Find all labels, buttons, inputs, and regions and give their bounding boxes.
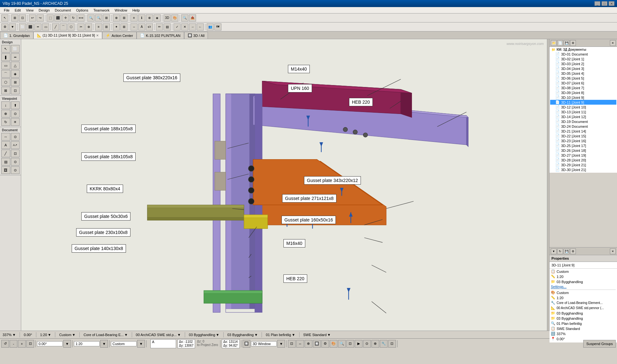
arrow-right-btn[interactable]: → (189, 23, 196, 30)
trim-btn[interactable]: ✂ (77, 23, 85, 30)
select-tool[interactable]: ↖ (1, 45, 10, 53)
group-btn[interactable]: ⊞ (121, 23, 128, 30)
column-tool[interactable]: ❚ (1, 53, 10, 61)
custom-dropdown-btn[interactable]: ▼ (137, 340, 145, 348)
props-expand-btn[interactable]: ▼ (551, 248, 557, 254)
tab-grundplan[interactable]: 📄 1. Grundplan (0, 32, 33, 39)
tree-item-3d07[interactable]: 📄 3D-07 [Joint 6] (550, 81, 616, 85)
3d-btn[interactable]: 3D (164, 14, 171, 22)
layer-btn[interactable]: ≡ (130, 14, 138, 22)
intersect-btn[interactable]: ⊕ (85, 23, 92, 30)
status-standard[interactable]: 00 ArchiCAD SWE std.p... ▼ (135, 332, 182, 338)
menu-window[interactable]: Window (112, 8, 130, 13)
3d-window-icon[interactable]: 🔲 (243, 340, 250, 348)
minimize-button[interactable]: _ (595, 1, 600, 6)
text-tool[interactable]: A (1, 141, 10, 149)
fit-btn[interactable]: ⊞ (103, 14, 110, 22)
status-swe[interactable]: SWE Standard ▼ (302, 332, 332, 338)
text-btn[interactable]: A (138, 23, 145, 30)
zoom-in-bottom-btn[interactable]: + (18, 340, 26, 348)
bottom-tool-12[interactable]: 🔧 (380, 340, 388, 348)
element-info-btn[interactable]: ℹ (138, 14, 145, 22)
cursor-tool[interactable]: ↖ (1, 14, 8, 22)
fill-doc-tool[interactable]: ▤ (1, 158, 10, 166)
tab-action-center[interactable]: ⚡ Action Center (102, 32, 137, 39)
slab-tool[interactable]: ▭ (1, 62, 10, 69)
status-layer2[interactable]: 03 Bygghandling ▼ (226, 332, 259, 338)
status-core[interactable]: Core of Load-Bearing E... ▼ (82, 332, 129, 338)
tree-item-3d13[interactable]: 📄 3D-13 [Joint 11] (550, 109, 616, 114)
navigator-btn[interactable]: 🗺 (214, 23, 221, 30)
zoom-fit-bottom-btn[interactable]: ⊡ (26, 340, 34, 348)
publish-btn[interactable]: 📤 (189, 14, 196, 22)
beam-btn[interactable]: ━ (34, 23, 41, 30)
label-doc-tool[interactable]: A↗ (11, 141, 20, 149)
solid-ops-btn[interactable]: ⊗ (146, 14, 153, 22)
zoom-in-btn[interactable]: 🔍 (87, 14, 94, 22)
close-button[interactable]: ✕ (609, 1, 614, 6)
tree-close-btn[interactable]: ✕ (610, 40, 616, 46)
bottom-tool-2[interactable]: ↔ (296, 340, 304, 348)
align-btn[interactable]: ≡ (95, 23, 102, 30)
zoom-dropdown-icon[interactable]: ▼ (12, 333, 16, 337)
tree-doc-btn[interactable]: 📄 (557, 40, 563, 46)
distribute-btn[interactable]: ⊞ (103, 23, 110, 30)
bottom-tool-11[interactable]: ⊕ (371, 340, 379, 348)
redo-btn[interactable]: ↪ (37, 14, 44, 22)
pen-weight-btn[interactable]: ✏ (156, 23, 163, 30)
tree-folder-btn[interactable]: 📁 (551, 40, 557, 46)
tree-item-3d01[interactable]: 📄 3D-01 Document (550, 52, 616, 56)
zoom-tool[interactable]: ⊕ (1, 110, 10, 117)
snap-btn[interactable]: ⊕ (113, 14, 120, 22)
tab-joint9-close[interactable]: ✕ (96, 34, 99, 37)
find-btn[interactable]: 🔍 (181, 14, 188, 22)
orbit-tool[interactable]: ↕ (1, 101, 10, 109)
bottom-tool-13[interactable]: ⊡ (388, 340, 396, 348)
arc-btn[interactable]: ⌒ (60, 23, 67, 30)
tree-settings-btn[interactable]: ⚙ (570, 40, 576, 46)
morph-tool[interactable]: ◈ (11, 70, 20, 78)
radial-dim-tool[interactable]: ⊙ (11, 133, 20, 141)
stretch-btn[interactable]: ⬛ (54, 14, 61, 22)
curtain-tool[interactable]: ⊠ (1, 87, 10, 94)
tree-item-3d21[interactable]: 📄 3D-21 [Joint 14] (550, 129, 616, 134)
railing-tool[interactable]: ⊞ (11, 78, 20, 86)
tree-item-3d29[interactable]: 📄 3D-29 [Joint 21] (550, 162, 616, 167)
morph-btn[interactable]: ◈ (154, 14, 161, 22)
tree-item-3d22[interactable]: 📄 3D-22 [Joint 15] (550, 134, 616, 138)
dim-btn[interactable]: ↔ (130, 23, 138, 30)
bottom-tool-3[interactable]: ⊕ (305, 340, 312, 348)
bottom-tool-9[interactable]: ▶ (355, 340, 362, 348)
mirror-btn[interactable]: ⟺ (77, 14, 85, 22)
split-handle[interactable] (547, 39, 550, 331)
bottom-tool-8[interactable]: ⊡ (346, 340, 354, 348)
tree-item-3d25[interactable]: 📄 3D-25 [Joint 17] (550, 143, 616, 148)
explode-btn[interactable]: ✦ (113, 23, 120, 30)
rotate-btn[interactable]: ↻ (70, 14, 77, 22)
props-settings-btn[interactable]: ⚙ (570, 248, 576, 254)
3d-window-dropdown[interactable]: ▼ (277, 340, 285, 348)
status-custom[interactable]: Custom ▼ (58, 332, 77, 338)
door-tool[interactable]: ⊡ (11, 87, 20, 94)
dim-tool[interactable]: ↔ (1, 133, 10, 141)
maximize-button[interactable]: □ (602, 1, 607, 6)
line-doc-tool[interactable]: ╱ (1, 150, 10, 157)
tree-item-3d06[interactable]: 📄 3D-06 [Joint 5] (550, 76, 616, 81)
bottom-tool-7[interactable]: 🔍 (338, 340, 346, 348)
props-close-btn[interactable]: ✕ (610, 248, 616, 254)
line-btn[interactable]: ╱ (52, 23, 59, 30)
shell-tool[interactable]: ⌒ (1, 70, 10, 78)
column-btn[interactable]: ⬛ (27, 23, 34, 30)
menu-document[interactable]: Document (52, 8, 74, 13)
suspend-groups-button[interactable]: Suspend Groups (583, 340, 616, 348)
tree-item-3d04[interactable]: 📄 3D-04 [Joint 3] (550, 66, 616, 71)
scale-dropdown-btn[interactable]: ▼ (100, 340, 108, 348)
zone-tool[interactable]: ⊙ (11, 158, 20, 166)
zoom-out-btn[interactable]: 🔍 (95, 14, 102, 22)
undo-btn[interactable]: ↩ (29, 14, 36, 22)
bottom-tool-10[interactable]: ⊙ (363, 340, 371, 348)
sunpath-tool[interactable]: ☀ (11, 118, 20, 126)
poly-btn[interactable]: ⬡ (67, 23, 75, 30)
3d-rotate-tool[interactable]: ↻ (1, 118, 10, 126)
tree-item-3d10[interactable]: 📄 3D-10 [Joint 9] (550, 95, 616, 100)
